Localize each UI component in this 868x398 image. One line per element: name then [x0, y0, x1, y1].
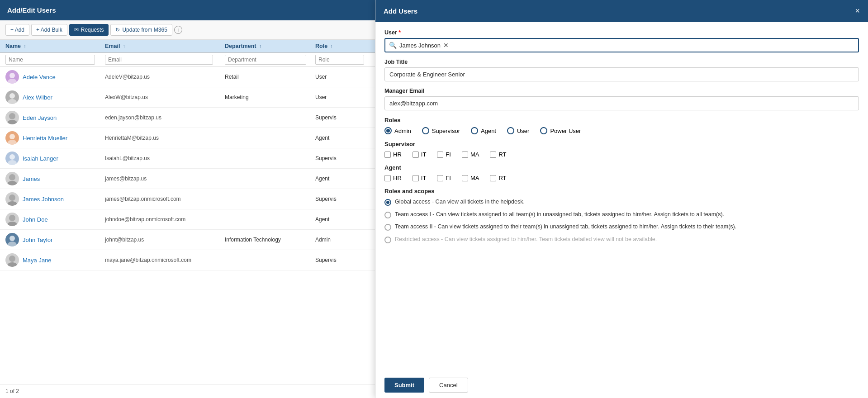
user-cell[interactable]: Maya Jane [5, 253, 105, 267]
agent-checkbox-label: IT [421, 175, 427, 181]
supervisor-checkbox[interactable] [413, 152, 419, 158]
scope-radio [384, 224, 391, 231]
agent-group: Agent HR IT FI MA RT [384, 164, 859, 181]
agent-checkboxes: HR IT FI MA RT [384, 175, 859, 181]
form-body: User * 🔍 James Johnson ✕ Job Title Manag… [375, 22, 868, 372]
agent-checkbox-item[interactable]: RT [490, 175, 506, 181]
user-cell[interactable]: Isaiah Langer [5, 152, 105, 165]
job-title-input[interactable] [384, 67, 859, 81]
dept-filter[interactable] [225, 55, 306, 65]
scope-item[interactable]: Team access II - Can view tickets assign… [384, 223, 859, 231]
user-cell[interactable]: Adele Vance [5, 70, 105, 84]
table-row[interactable]: Adele Vance AdeleV@bitzap.us Retail User [0, 67, 375, 87]
role-option[interactable]: Supervisor [422, 127, 460, 134]
left-panel-title: Add/Edit Users [0, 0, 375, 20]
roles-scopes-label: Roles and scopes [384, 188, 859, 194]
supervisor-checkbox[interactable] [462, 152, 468, 158]
table-row[interactable]: Henrietta Mueller HenriettaM@bitzap.us A… [0, 128, 375, 148]
add-button[interactable]: + Add [5, 24, 29, 36]
role-filter[interactable] [315, 55, 364, 65]
role-option[interactable]: Power User [540, 127, 581, 134]
svg-point-19 [7, 262, 17, 267]
supervisor-checkbox[interactable] [384, 152, 391, 158]
table-row[interactable]: John Doe johndoe@bitzap.onmicrosoft.com … [0, 209, 375, 230]
supervisor-checkbox[interactable] [437, 152, 443, 158]
users-table-body: Adele Vance AdeleV@bitzap.us Retail User… [0, 67, 375, 384]
agent-checkbox[interactable] [490, 175, 496, 181]
avatar [5, 152, 19, 165]
table-row[interactable]: Isaiah Langer IsaiahL@bitzap.us Supervis [0, 148, 375, 169]
agent-checkbox[interactable] [413, 175, 419, 181]
radio-circle [471, 127, 478, 134]
agent-checkbox[interactable] [437, 175, 443, 181]
email-filter[interactable] [105, 55, 213, 65]
user-cell[interactable]: James [5, 172, 105, 185]
agent-checkbox-item[interactable]: HR [384, 175, 402, 181]
table-row[interactable]: Maya Jane maya.jane@bitzap.onmicrosoft.c… [0, 250, 375, 270]
user-cell[interactable]: Eden Jayson [5, 111, 105, 124]
role-option[interactable]: Agent [471, 127, 496, 134]
add-users-header: Add Users × [375, 0, 868, 22]
scope-item[interactable]: Team access I - Can view tickets assigne… [384, 211, 859, 219]
supervisor-checkbox-item[interactable]: FI [437, 151, 451, 158]
role-cell: Agent [315, 175, 370, 182]
scope-item[interactable]: Restricted access - Can view tickets ass… [384, 236, 859, 244]
col-role-header[interactable]: Role ↑ [315, 43, 370, 49]
update-m365-button[interactable]: ↻ Update from M365 [110, 24, 172, 36]
supervisor-checkbox-item[interactable]: MA [462, 151, 479, 158]
supervisor-checkbox[interactable] [490, 152, 496, 158]
table-row[interactable]: James james@bitzap.us Agent [0, 169, 375, 189]
job-title-group: Job Title [384, 59, 859, 81]
manager-email-group: Manager Email [384, 88, 859, 110]
add-bulk-button[interactable]: + Add Bulk [31, 24, 67, 36]
col-email-header[interactable]: Email ↑ [105, 43, 225, 49]
col-name-header[interactable]: Name ↑ [5, 43, 105, 49]
user-cell[interactable]: James Johnson [5, 192, 105, 206]
manager-email-input[interactable] [384, 96, 859, 110]
user-name: John Doe [23, 216, 48, 223]
table-header: Name ↑ Email ↑ Department ↑ Role ↑ [0, 40, 375, 53]
table-row[interactable]: James Johnson james@bitzap.onmicrosoft.c… [0, 189, 375, 209]
supervisor-checkbox-label: IT [421, 151, 427, 158]
requests-button[interactable]: ✉ Requests [69, 24, 109, 36]
info-icon[interactable]: i [174, 26, 182, 34]
scope-item[interactable]: Global access - Can view all tickets in … [384, 198, 859, 206]
supervisor-checkbox-item[interactable]: HR [384, 151, 402, 158]
page-title: Add/Edit Users [7, 6, 56, 14]
supervisor-checkbox-label: MA [470, 151, 479, 158]
user-cell[interactable]: Henrietta Mueller [5, 131, 105, 145]
role-option[interactable]: User [507, 127, 529, 134]
agent-checkbox-item[interactable]: IT [413, 175, 427, 181]
user-name: Isaiah Langer [23, 155, 58, 162]
close-button[interactable]: × [855, 6, 860, 16]
svg-point-1 [8, 79, 17, 84]
role-cell: User [315, 94, 370, 100]
user-cell[interactable]: Alex Wilber [5, 90, 105, 104]
supervisor-checkbox-item[interactable]: RT [490, 151, 506, 158]
user-cell[interactable]: John Doe [5, 213, 105, 226]
svg-point-8 [9, 154, 15, 160]
submit-button[interactable]: Submit [384, 378, 424, 393]
email-cell: HenriettaM@bitzap.us [105, 135, 225, 141]
agent-checkbox-item[interactable]: FI [437, 175, 451, 181]
user-cell[interactable]: John Taylor [5, 233, 105, 246]
col-dept-header[interactable]: Department ↑ [225, 43, 315, 49]
avatar [5, 213, 19, 226]
svg-point-12 [9, 194, 15, 201]
name-filter[interactable] [5, 55, 95, 65]
agent-label: Agent [384, 164, 859, 171]
dept-sort-icon: ↑ [259, 44, 261, 49]
agent-checkbox-item[interactable]: MA [462, 175, 479, 181]
user-name: Henrietta Mueller [23, 135, 67, 142]
cancel-button[interactable]: Cancel [429, 378, 468, 393]
search-icon: 🔍 [389, 42, 397, 49]
agent-checkbox[interactable] [384, 175, 391, 181]
remove-user-chip[interactable]: ✕ [443, 42, 449, 49]
table-row[interactable]: Eden Jayson eden.jayson@bitzap.us Superv… [0, 108, 375, 128]
table-row[interactable]: Alex Wilber AlexW@bitzap.us Marketing Us… [0, 87, 375, 108]
user-input-box[interactable]: 🔍 James Johnson ✕ [384, 38, 859, 52]
agent-checkbox[interactable] [462, 175, 468, 181]
table-row[interactable]: John Taylor johnt@bitzap.us Information … [0, 230, 375, 250]
role-option[interactable]: Admin [384, 127, 411, 134]
supervisor-checkbox-item[interactable]: IT [413, 151, 427, 158]
